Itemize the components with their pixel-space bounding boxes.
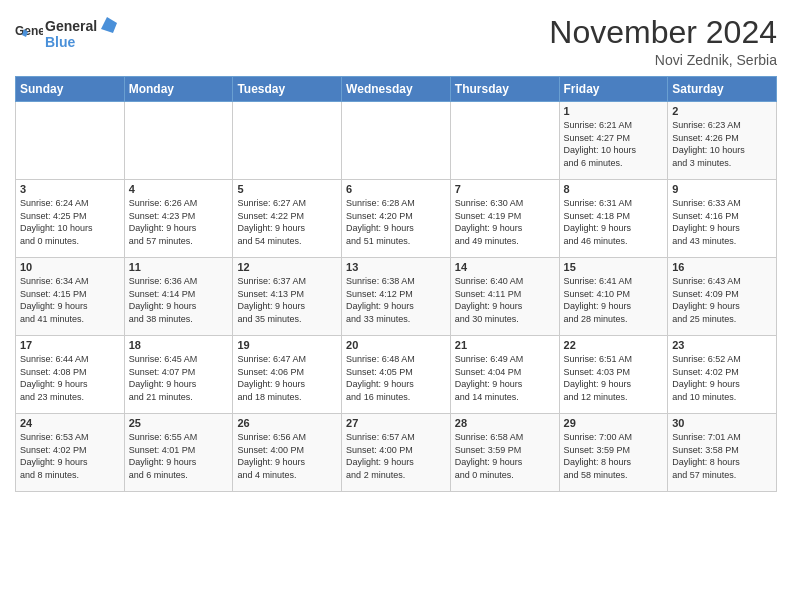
day-number: 25 xyxy=(129,417,229,429)
svg-text:Blue: Blue xyxy=(45,34,76,50)
table-row xyxy=(233,102,342,180)
table-row: 10Sunrise: 6:34 AM Sunset: 4:15 PM Dayli… xyxy=(16,258,125,336)
day-info: Sunrise: 6:57 AM Sunset: 4:00 PM Dayligh… xyxy=(346,431,446,481)
table-row: 8Sunrise: 6:31 AM Sunset: 4:18 PM Daylig… xyxy=(559,180,668,258)
day-number: 28 xyxy=(455,417,555,429)
header-friday: Friday xyxy=(559,77,668,102)
day-number: 10 xyxy=(20,261,120,273)
weekday-header-row: Sunday Monday Tuesday Wednesday Thursday… xyxy=(16,77,777,102)
table-row: 2Sunrise: 6:23 AM Sunset: 4:26 PM Daylig… xyxy=(668,102,777,180)
day-info: Sunrise: 6:30 AM Sunset: 4:19 PM Dayligh… xyxy=(455,197,555,247)
header: General General Blue November 2024 Novi … xyxy=(15,15,777,68)
header-wednesday: Wednesday xyxy=(342,77,451,102)
day-info: Sunrise: 6:58 AM Sunset: 3:59 PM Dayligh… xyxy=(455,431,555,481)
title-block: November 2024 Novi Zednik, Serbia xyxy=(549,15,777,68)
table-row: 18Sunrise: 6:45 AM Sunset: 4:07 PM Dayli… xyxy=(124,336,233,414)
day-info: Sunrise: 6:47 AM Sunset: 4:06 PM Dayligh… xyxy=(237,353,337,403)
header-tuesday: Tuesday xyxy=(233,77,342,102)
day-number: 26 xyxy=(237,417,337,429)
day-info: Sunrise: 6:26 AM Sunset: 4:23 PM Dayligh… xyxy=(129,197,229,247)
day-number: 11 xyxy=(129,261,229,273)
logo-icon: General xyxy=(15,21,43,49)
calendar-week-row: 17Sunrise: 6:44 AM Sunset: 4:08 PM Dayli… xyxy=(16,336,777,414)
table-row: 23Sunrise: 6:52 AM Sunset: 4:02 PM Dayli… xyxy=(668,336,777,414)
header-thursday: Thursday xyxy=(450,77,559,102)
day-number: 16 xyxy=(672,261,772,273)
day-info: Sunrise: 6:44 AM Sunset: 4:08 PM Dayligh… xyxy=(20,353,120,403)
day-info: Sunrise: 6:49 AM Sunset: 4:04 PM Dayligh… xyxy=(455,353,555,403)
table-row: 16Sunrise: 6:43 AM Sunset: 4:09 PM Dayli… xyxy=(668,258,777,336)
day-info: Sunrise: 6:56 AM Sunset: 4:00 PM Dayligh… xyxy=(237,431,337,481)
table-row: 17Sunrise: 6:44 AM Sunset: 4:08 PM Dayli… xyxy=(16,336,125,414)
day-info: Sunrise: 6:28 AM Sunset: 4:20 PM Dayligh… xyxy=(346,197,446,247)
day-number: 4 xyxy=(129,183,229,195)
day-info: Sunrise: 6:21 AM Sunset: 4:27 PM Dayligh… xyxy=(564,119,664,169)
location: Novi Zednik, Serbia xyxy=(549,52,777,68)
table-row: 11Sunrise: 6:36 AM Sunset: 4:14 PM Dayli… xyxy=(124,258,233,336)
day-info: Sunrise: 6:37 AM Sunset: 4:13 PM Dayligh… xyxy=(237,275,337,325)
table-row: 27Sunrise: 6:57 AM Sunset: 4:00 PM Dayli… xyxy=(342,414,451,492)
day-number: 22 xyxy=(564,339,664,351)
day-info: Sunrise: 6:45 AM Sunset: 4:07 PM Dayligh… xyxy=(129,353,229,403)
day-info: Sunrise: 6:34 AM Sunset: 4:15 PM Dayligh… xyxy=(20,275,120,325)
day-number: 24 xyxy=(20,417,120,429)
day-info: Sunrise: 6:23 AM Sunset: 4:26 PM Dayligh… xyxy=(672,119,772,169)
day-info: Sunrise: 6:27 AM Sunset: 4:22 PM Dayligh… xyxy=(237,197,337,247)
table-row: 19Sunrise: 6:47 AM Sunset: 4:06 PM Dayli… xyxy=(233,336,342,414)
table-row xyxy=(124,102,233,180)
day-number: 29 xyxy=(564,417,664,429)
day-info: Sunrise: 6:36 AM Sunset: 4:14 PM Dayligh… xyxy=(129,275,229,325)
table-row xyxy=(16,102,125,180)
table-row: 25Sunrise: 6:55 AM Sunset: 4:01 PM Dayli… xyxy=(124,414,233,492)
day-number: 14 xyxy=(455,261,555,273)
day-info: Sunrise: 7:00 AM Sunset: 3:59 PM Dayligh… xyxy=(564,431,664,481)
calendar-week-row: 3Sunrise: 6:24 AM Sunset: 4:25 PM Daylig… xyxy=(16,180,777,258)
day-number: 19 xyxy=(237,339,337,351)
day-number: 13 xyxy=(346,261,446,273)
calendar-table: Sunday Monday Tuesday Wednesday Thursday… xyxy=(15,76,777,492)
day-number: 20 xyxy=(346,339,446,351)
day-info: Sunrise: 6:41 AM Sunset: 4:10 PM Dayligh… xyxy=(564,275,664,325)
day-number: 7 xyxy=(455,183,555,195)
day-number: 9 xyxy=(672,183,772,195)
calendar-week-row: 24Sunrise: 6:53 AM Sunset: 4:02 PM Dayli… xyxy=(16,414,777,492)
table-row: 4Sunrise: 6:26 AM Sunset: 4:23 PM Daylig… xyxy=(124,180,233,258)
day-number: 17 xyxy=(20,339,120,351)
day-info: Sunrise: 7:01 AM Sunset: 3:58 PM Dayligh… xyxy=(672,431,772,481)
month-title: November 2024 xyxy=(549,15,777,50)
table-row: 30Sunrise: 7:01 AM Sunset: 3:58 PM Dayli… xyxy=(668,414,777,492)
table-row: 14Sunrise: 6:40 AM Sunset: 4:11 PM Dayli… xyxy=(450,258,559,336)
table-row: 21Sunrise: 6:49 AM Sunset: 4:04 PM Dayli… xyxy=(450,336,559,414)
table-row: 9Sunrise: 6:33 AM Sunset: 4:16 PM Daylig… xyxy=(668,180,777,258)
day-number: 12 xyxy=(237,261,337,273)
table-row xyxy=(450,102,559,180)
day-number: 27 xyxy=(346,417,446,429)
header-saturday: Saturday xyxy=(668,77,777,102)
table-row: 28Sunrise: 6:58 AM Sunset: 3:59 PM Dayli… xyxy=(450,414,559,492)
table-row: 7Sunrise: 6:30 AM Sunset: 4:19 PM Daylig… xyxy=(450,180,559,258)
svg-text:General: General xyxy=(15,24,43,38)
day-info: Sunrise: 6:33 AM Sunset: 4:16 PM Dayligh… xyxy=(672,197,772,247)
day-info: Sunrise: 6:53 AM Sunset: 4:02 PM Dayligh… xyxy=(20,431,120,481)
table-row: 29Sunrise: 7:00 AM Sunset: 3:59 PM Dayli… xyxy=(559,414,668,492)
table-row: 5Sunrise: 6:27 AM Sunset: 4:22 PM Daylig… xyxy=(233,180,342,258)
table-row xyxy=(342,102,451,180)
day-number: 3 xyxy=(20,183,120,195)
day-number: 6 xyxy=(346,183,446,195)
day-info: Sunrise: 6:48 AM Sunset: 4:05 PM Dayligh… xyxy=(346,353,446,403)
logo-text: General Blue xyxy=(45,15,125,55)
table-row: 20Sunrise: 6:48 AM Sunset: 4:05 PM Dayli… xyxy=(342,336,451,414)
day-number: 30 xyxy=(672,417,772,429)
day-number: 2 xyxy=(672,105,772,117)
logo: General General Blue xyxy=(15,15,125,55)
table-row: 3Sunrise: 6:24 AM Sunset: 4:25 PM Daylig… xyxy=(16,180,125,258)
table-row: 1Sunrise: 6:21 AM Sunset: 4:27 PM Daylig… xyxy=(559,102,668,180)
page-container: General General Blue November 2024 Novi … xyxy=(0,0,792,502)
day-number: 18 xyxy=(129,339,229,351)
day-info: Sunrise: 6:24 AM Sunset: 4:25 PM Dayligh… xyxy=(20,197,120,247)
table-row: 13Sunrise: 6:38 AM Sunset: 4:12 PM Dayli… xyxy=(342,258,451,336)
calendar-week-row: 1Sunrise: 6:21 AM Sunset: 4:27 PM Daylig… xyxy=(16,102,777,180)
table-row: 24Sunrise: 6:53 AM Sunset: 4:02 PM Dayli… xyxy=(16,414,125,492)
day-info: Sunrise: 6:52 AM Sunset: 4:02 PM Dayligh… xyxy=(672,353,772,403)
table-row: 26Sunrise: 6:56 AM Sunset: 4:00 PM Dayli… xyxy=(233,414,342,492)
